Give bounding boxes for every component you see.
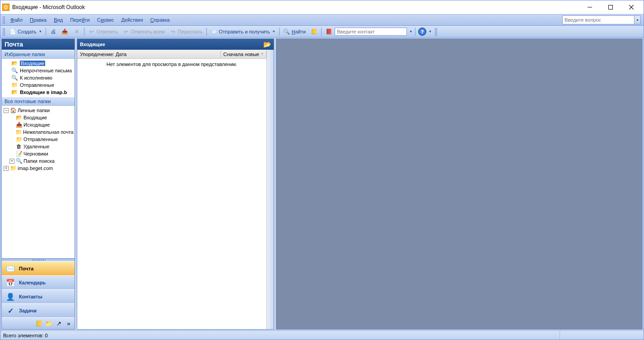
fav-folder-followup[interactable]: 🔍К исполнению bbox=[3, 74, 74, 81]
tree-imap-account[interactable]: +📁imap.beget.com bbox=[3, 165, 74, 172]
reply-icon: ↩ bbox=[88, 28, 95, 35]
address-book-button[interactable]: 📒 bbox=[308, 27, 319, 36]
all-folders-header[interactable]: Все почтовые папки bbox=[2, 97, 75, 106]
sent-icon: 📁 bbox=[15, 136, 23, 142]
search-folders-icon: 🔍 bbox=[15, 158, 23, 164]
nav-button-tasks[interactable]: ✓Задачи bbox=[2, 303, 75, 317]
help-button[interactable]: ? bbox=[418, 28, 426, 36]
sort-arrange-by[interactable]: Упорядочение: Дата bbox=[77, 51, 221, 58]
toolbar-grip-2[interactable] bbox=[434, 28, 437, 36]
menu-actions[interactable]: Действия bbox=[117, 15, 146, 24]
list-scrollbar[interactable] bbox=[266, 50, 274, 329]
status-right-cell bbox=[560, 331, 641, 340]
tree-search-folders[interactable]: +🔍Папки поиска bbox=[3, 157, 74, 165]
print-button[interactable]: 🖨 bbox=[48, 27, 59, 36]
folder-sent-icon: 📁 bbox=[11, 82, 18, 88]
notes-shortcut-icon[interactable]: 📒 bbox=[35, 320, 43, 328]
imap-account-icon: 📁 bbox=[9, 165, 17, 171]
new-dropdown-icon[interactable]: ▼ bbox=[38, 30, 42, 33]
contact-search-input[interactable] bbox=[335, 28, 407, 36]
menu-grip[interactable] bbox=[2, 16, 5, 24]
deleted-icon: 🗑 bbox=[15, 143, 23, 150]
menu-edit[interactable]: Правка bbox=[26, 15, 50, 24]
menu-file[interactable]: Файл bbox=[7, 15, 26, 24]
menu-tools[interactable]: Сервис bbox=[93, 15, 118, 24]
help-dropdown[interactable]: ▼ bbox=[427, 30, 433, 33]
tree-deleted[interactable]: 🗑Удаленные bbox=[3, 143, 74, 150]
forward-label: Переслать bbox=[178, 29, 203, 34]
window-title: Входящие - Microsoft Outlook bbox=[12, 4, 579, 10]
collapse-icon[interactable]: − bbox=[4, 108, 9, 113]
send-receive-dropdown-icon[interactable]: ▼ bbox=[271, 30, 275, 33]
menu-go[interactable]: Перейти bbox=[66, 15, 93, 24]
configure-buttons-icon[interactable]: » bbox=[65, 320, 73, 328]
send-receive-label: Отправить и получить bbox=[219, 29, 270, 34]
sort-direction-icon: ▽ bbox=[261, 52, 263, 56]
tasks-icon: ✓ bbox=[5, 306, 15, 316]
menu-bar: Файл Правка Вид Перейти Сервис Действия … bbox=[0, 14, 644, 26]
address-book-icon: 📒 bbox=[310, 28, 317, 35]
shortcuts-icon[interactable]: ↗ bbox=[55, 320, 63, 328]
navigation-pane: Почта Избранные папки 📂Входящие 🔍Непрочт… bbox=[1, 38, 75, 330]
folder-imap-icon: 📂 bbox=[11, 89, 18, 95]
reply-label: Ответить bbox=[97, 29, 118, 34]
move-button[interactable]: 📥 bbox=[60, 27, 70, 36]
delete-button[interactable]: ✕ bbox=[71, 27, 82, 36]
find-button[interactable]: 🔍 Найти bbox=[281, 27, 308, 36]
drafts-icon: 📝 bbox=[15, 151, 23, 157]
send-receive-button[interactable]: 📨 Отправить и получить ▼ bbox=[209, 27, 277, 36]
fav-folder-unread[interactable]: 🔍Непрочтенные письма bbox=[3, 67, 74, 74]
fav-folder-sent[interactable]: 📁Отправленные bbox=[3, 81, 74, 89]
nav-button-calendar[interactable]: 📅Календарь bbox=[2, 275, 75, 289]
ask-question-input[interactable] bbox=[562, 15, 635, 24]
status-bar: Всего элементов: 0 bbox=[0, 331, 644, 340]
nav-button-mail[interactable]: ✉️Почта bbox=[2, 261, 75, 275]
tree-inbox[interactable]: 📂Входящие bbox=[3, 114, 74, 121]
minimize-button[interactable] bbox=[579, 1, 600, 14]
send-receive-icon: 📨 bbox=[210, 28, 218, 35]
ask-question-dropdown[interactable]: ▼ bbox=[635, 15, 641, 24]
tree-personal-folders[interactable]: −🏠Личные папки bbox=[3, 107, 74, 114]
forward-button[interactable]: ↪ Переслать bbox=[168, 27, 205, 36]
nav-splitter[interactable] bbox=[2, 258, 75, 261]
tree-outbox[interactable]: 📤Исходящие bbox=[3, 121, 74, 128]
fav-folder-imap-inbox[interactable]: 📂Входящие в imap.b bbox=[3, 89, 74, 96]
reply-all-button[interactable]: ↩ Ответить всем bbox=[121, 27, 167, 36]
folder-unread-icon: 🔍 bbox=[11, 67, 18, 74]
maximize-button[interactable] bbox=[600, 1, 621, 14]
delete-icon: ✕ bbox=[73, 28, 80, 35]
expand-icon[interactable]: + bbox=[9, 159, 14, 164]
toolbar: 📄 Создать ▼ 🖨 📥 ✕ ↩ Ответить ↩ Ответить … bbox=[0, 26, 644, 38]
nav-header: Почта bbox=[2, 39, 75, 50]
fav-folder-inbox[interactable]: 📂Входящие bbox=[3, 60, 74, 67]
favorite-folders-header[interactable]: Избранные папки bbox=[2, 50, 75, 59]
folder-tree: −🏠Личные папки 📂Входящие 📤Исходящие 📁Неж… bbox=[2, 106, 75, 258]
contacts-icon-button[interactable]: 📕 bbox=[323, 27, 334, 36]
calendar-icon: 📅 bbox=[5, 278, 15, 288]
tree-sent[interactable]: 📁Отправленные bbox=[3, 136, 74, 143]
menu-help[interactable]: Справка bbox=[147, 15, 173, 24]
toolbar-grip-1[interactable] bbox=[2, 28, 5, 36]
folder-shortcut-icon[interactable]: 📁 bbox=[45, 320, 53, 328]
expand-icon-2[interactable]: + bbox=[4, 166, 9, 171]
folder-inbox-icon: 📂 bbox=[11, 60, 18, 66]
contacts-icon: 👤 bbox=[5, 292, 15, 302]
list-header: Входящие 📂 bbox=[77, 39, 274, 50]
list-header-title: Входящие bbox=[80, 42, 105, 47]
nav-button-contacts[interactable]: 👤Контакты bbox=[2, 289, 75, 303]
new-mail-icon: 📄 bbox=[9, 28, 16, 35]
reply-button[interactable]: ↩ Ответить bbox=[86, 27, 120, 36]
status-text: Всего элементов: 0 bbox=[3, 333, 48, 338]
move-icon: 📥 bbox=[61, 28, 69, 35]
menu-view[interactable]: Вид bbox=[50, 15, 66, 24]
favorite-folders-list: 📂Входящие 🔍Непрочтенные письма 🔍К исполн… bbox=[2, 59, 75, 97]
close-button[interactable] bbox=[621, 1, 642, 14]
contact-dropdown[interactable]: ▼ bbox=[407, 30, 413, 33]
contacts-book-icon: 📕 bbox=[325, 28, 332, 35]
tree-drafts[interactable]: 📝Черновики bbox=[3, 150, 74, 157]
junk-icon: 📁 bbox=[15, 129, 22, 135]
outbox-icon: 📤 bbox=[15, 122, 23, 128]
tree-junk[interactable]: 📁Нежелательная почта bbox=[3, 128, 74, 136]
new-button[interactable]: 📄 Создать ▼ bbox=[7, 27, 44, 36]
sort-direction[interactable]: Сначала новые▽ bbox=[221, 51, 266, 58]
